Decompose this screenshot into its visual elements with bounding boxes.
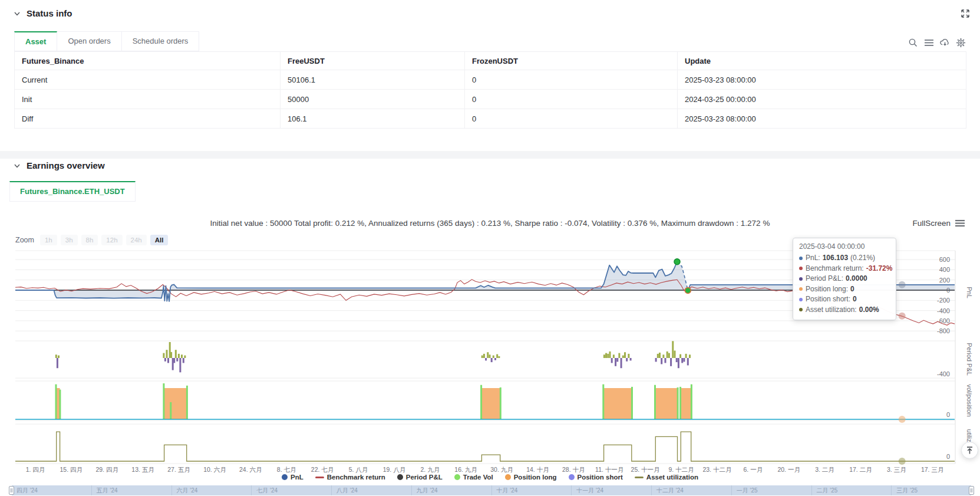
current-link[interactable]: Current (15, 70, 281, 90)
x-axis-label: 5. 八月 (349, 466, 368, 473)
trade-vol-bar (170, 402, 171, 419)
position-long-block (655, 388, 677, 419)
period-pnl-bar (662, 354, 664, 358)
zoom-button-1h[interactable]: 1h (40, 235, 57, 245)
list-menu-icon[interactable] (924, 38, 934, 48)
navigator-month[interactable]: 七月 '24 (251, 485, 331, 495)
navigator-month[interactable]: 四月 '24 (12, 485, 91, 495)
period-pnl-bar (172, 358, 174, 370)
scroll-to-top-button[interactable] (961, 442, 978, 459)
navigator-month[interactable]: 一月 '25 (731, 485, 811, 495)
tab-futures-binance-eth-usdt[interactable]: Futures_Binance.ETH_USDT (9, 181, 136, 202)
period-pnl-bar (487, 352, 489, 358)
navigator-month[interactable]: 二月 '25 (811, 485, 892, 495)
period-pnl-bar (605, 353, 607, 358)
navigator-month[interactable]: 十月 '24 (491, 485, 572, 495)
period-axis-tick: -400 (937, 370, 950, 377)
navigator-month[interactable]: 三月 '25 (891, 485, 971, 495)
status-toolbar: AssetOpen ordersSchedule orders (14, 31, 966, 51)
period-pnl-bar (493, 356, 494, 358)
expand-icon[interactable] (960, 8, 971, 19)
period-pnl-bar (683, 358, 685, 362)
y-axis-tick: -800 (937, 327, 950, 334)
period-pnl-bar (181, 354, 183, 358)
zoom-button-24h[interactable]: 24h (126, 235, 147, 245)
period-pnl-bar (57, 358, 58, 368)
legend-item-trade-vol[interactable]: Trade Vol (454, 474, 493, 481)
trade-vol-bar (59, 390, 61, 419)
legend-item-period-p&l[interactable]: Period P&L (397, 474, 443, 481)
arrow-up-to-line-icon (965, 446, 974, 455)
position-long-block (481, 388, 500, 419)
period-pnl-bar (183, 358, 184, 363)
period-pnl-bar (491, 358, 493, 362)
chart-tooltip: 2025-03-04 00:00:00 PnL:106.103(0.21%)Be… (793, 238, 896, 320)
period-pnl-bar (670, 358, 672, 366)
trade-vol-bar (602, 385, 604, 419)
navigator-month[interactable]: 五月 '24 (91, 485, 171, 495)
navigator-month[interactable]: 十二月 '24 (651, 485, 731, 495)
vol-axis-tick: 0 (946, 411, 950, 418)
period-pnl-bar (170, 352, 172, 358)
hover-marker-position (899, 416, 906, 423)
tab-open-orders[interactable]: Open orders (57, 31, 121, 51)
date-range-navigator[interactable]: 四月 '24五月 '24六月 '24七月 '24八月 '24九月 '24十月 '… (12, 485, 971, 495)
zoom-button-3h[interactable]: 3h (61, 235, 78, 245)
x-axis-label: 23. 十二月 (702, 466, 731, 473)
collapse-chevron-icon[interactable] (14, 10, 21, 17)
period-pnl-bar (483, 354, 485, 358)
gear-icon[interactable] (956, 38, 966, 48)
y-axis-tick: -600 (937, 317, 950, 324)
period-pnl-bar (611, 358, 613, 363)
tooltip-row: Asset utilization:0.00% (799, 305, 890, 316)
chart-menu-icon[interactable] (955, 219, 965, 227)
period-pnl-bar (672, 341, 674, 358)
period-pnl-bar (659, 353, 661, 358)
period-pnl-bar (679, 354, 681, 358)
chart-fullscreen-control[interactable]: FullScreen (912, 219, 965, 228)
x-axis-label: 17. 二月 (849, 466, 872, 473)
period-pnl-bar (494, 358, 496, 360)
drawdown-marker (674, 259, 680, 265)
navigator-month[interactable]: 六月 '24 (171, 485, 252, 495)
col-header-freeusdt: FreeUSDT (281, 52, 465, 70)
navigator-month[interactable]: 九月 '24 (411, 485, 491, 495)
init-free: 50000 (281, 90, 465, 109)
table-tool-icons (908, 38, 966, 51)
period-pnl-bar (666, 352, 668, 358)
trade-vol-bar (500, 387, 501, 419)
col-header-frozenusdt: FrozenUSDT (465, 52, 678, 70)
period-pnl-bar (184, 356, 186, 358)
navigator-month[interactable]: 十一月 '24 (571, 485, 651, 495)
tab-asset[interactable]: Asset (14, 31, 57, 51)
period-pnl-bar (615, 358, 616, 366)
util-axis-tick: 0 (946, 453, 950, 460)
asset-table: Futures_Binance FreeUSDT FrozenUSDT Upda… (14, 51, 966, 129)
hover-marker-benchmark (899, 313, 906, 320)
fullscreen-label[interactable]: FullScreen (912, 219, 951, 228)
legend-item-pnl[interactable]: PnL (282, 474, 303, 481)
search-icon[interactable] (908, 38, 918, 48)
collapse-chevron-icon[interactable] (14, 162, 21, 169)
legend-item-position-long[interactable]: Position long (505, 474, 557, 481)
navigator-month[interactable]: 八月 '24 (331, 485, 411, 495)
navigator-handle-right[interactable] (969, 486, 974, 495)
period-pnl-bar (603, 354, 605, 358)
period-pnl-bar (481, 356, 483, 358)
period-pnl-bar (665, 358, 666, 363)
y-axis-tick: 600 (939, 256, 950, 263)
x-axis-label: 27. 五月 (167, 466, 190, 473)
pnl-drawdown-dashed-line (677, 262, 688, 291)
zoom-button-all[interactable]: All (150, 235, 169, 245)
legend-item-asset-utilization[interactable]: Asset utilization (635, 474, 698, 481)
period-pnl-bar (657, 354, 659, 358)
current-update: 2025-03-23 08:00:00 (678, 70, 966, 90)
legend-item-benchmark-return[interactable]: Benchmark return (315, 474, 385, 481)
legend-item-position-short[interactable]: Position short (569, 474, 623, 481)
navigator-handle-left[interactable] (9, 486, 14, 495)
zoom-button-8h[interactable]: 8h (81, 235, 98, 245)
zoom-button-12h[interactable]: 12h (101, 235, 122, 245)
tab-schedule-orders[interactable]: Schedule orders (122, 31, 200, 51)
period-pnl-bar (661, 358, 662, 364)
cloud-download-icon[interactable] (940, 38, 950, 48)
